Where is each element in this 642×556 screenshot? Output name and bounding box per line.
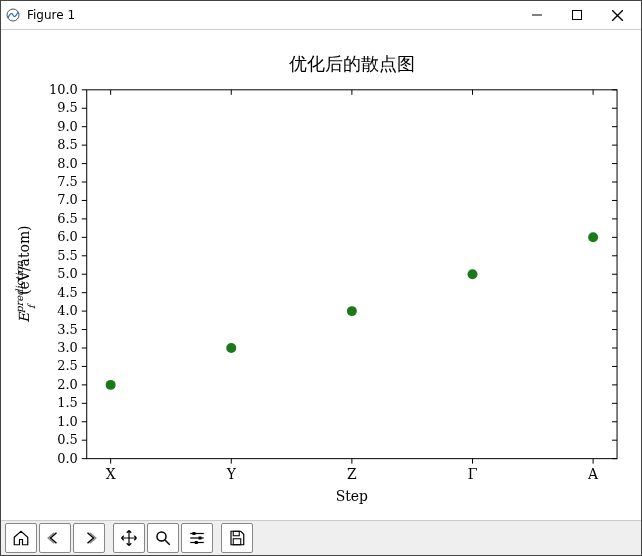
zoom-button[interactable] [147, 523, 179, 553]
y-tick-label: 3.5 [57, 322, 78, 337]
x-tick-label: Z [347, 466, 357, 482]
y-tick-label: 7.5 [57, 174, 78, 189]
x-axis-label: Step [336, 488, 368, 504]
y-tick-label: 7.0 [57, 192, 78, 207]
data-point [226, 343, 236, 353]
y-tick-label: 10.0 [49, 82, 78, 97]
svg-rect-65 [233, 531, 239, 536]
window-title: Figure 1 [27, 8, 75, 22]
svg-point-57 [157, 532, 166, 541]
minimize-button[interactable] [517, 1, 557, 29]
y-tick-label: 1.0 [57, 414, 78, 429]
y-tick-label: 4.0 [57, 303, 78, 318]
y-tick-label: 4.5 [57, 285, 78, 300]
svg-rect-66 [233, 539, 241, 545]
svg-rect-64 [195, 541, 198, 544]
back-button[interactable] [39, 523, 71, 553]
svg-rect-2 [573, 11, 582, 20]
data-point [588, 232, 598, 242]
y-tick-label: 9.0 [57, 119, 78, 134]
y-tick-label: 8.5 [57, 137, 78, 152]
y-tick-label: 2.0 [57, 377, 78, 392]
y-tick-label: 8.0 [57, 156, 78, 171]
y-tick-label: 9.5 [57, 100, 78, 115]
pan-button[interactable] [113, 523, 145, 553]
svg-line-58 [165, 540, 170, 545]
data-point [468, 269, 478, 279]
x-tick-label: Γ [468, 466, 478, 482]
y-tick-label: 2.5 [57, 358, 78, 373]
y-tick-label: 5.5 [57, 248, 78, 263]
y-tick-label: 6.0 [57, 229, 78, 244]
y-tick-label: 5.0 [57, 266, 78, 281]
x-tick-label: A [587, 466, 599, 482]
configure-subplots-button[interactable] [181, 523, 213, 553]
y-tick-label: 6.5 [57, 211, 78, 226]
toolbar [1, 520, 641, 555]
y-tick-label: 0.5 [57, 432, 78, 447]
y-tick-label: 0.0 [57, 451, 78, 466]
data-point [347, 306, 357, 316]
titlebar: Figure 1 [1, 1, 641, 30]
svg-rect-62 [199, 537, 202, 540]
close-button[interactable] [597, 1, 637, 29]
data-point [106, 380, 116, 390]
app-icon [5, 7, 21, 23]
svg-rect-60 [193, 532, 196, 535]
y-axis-label: Epredictionf (eV/atom) [14, 225, 37, 323]
y-tick-label: 1.5 [57, 395, 78, 410]
forward-button[interactable] [73, 523, 105, 553]
x-tick-label: Y [226, 466, 237, 482]
x-tick-label: X [106, 466, 116, 482]
chart-svg: 优化后的散点图0.00.51.01.52.02.53.03.54.04.55.0… [1, 30, 641, 520]
axes-frame [87, 90, 617, 459]
plot-area: 优化后的散点图0.00.51.01.52.02.53.03.54.04.55.0… [1, 30, 641, 520]
save-button[interactable] [221, 523, 253, 553]
home-button[interactable] [5, 523, 37, 553]
figure-window: Figure 1 优化后的散点图0.00.51.01.52.02.53.03.5… [0, 0, 642, 556]
chart-title: 优化后的散点图 [289, 53, 415, 74]
y-tick-label: 3.0 [57, 340, 78, 355]
maximize-button[interactable] [557, 1, 597, 29]
